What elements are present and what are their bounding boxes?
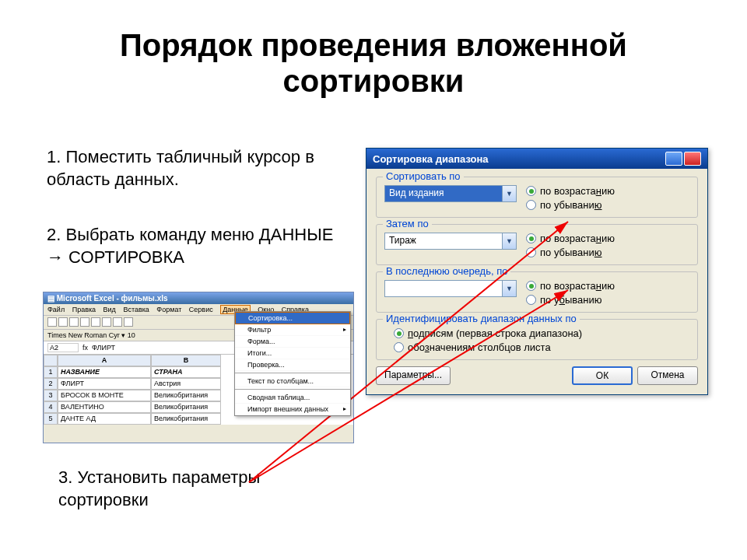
chevron-down-icon[interactable]: ▼ xyxy=(502,186,516,201)
combo-sort-by[interactable]: Вид издания ▼ xyxy=(384,185,517,202)
row-4[interactable]: 4 xyxy=(44,401,58,413)
menu-tools[interactable]: Сервис xyxy=(189,306,213,313)
slide-title: Порядок проведения вложенной сортировки xyxy=(0,0,747,107)
chevron-down-icon[interactable]: ▼ xyxy=(502,281,516,296)
group-identify: Идентифицировать диапазон данных по подп… xyxy=(376,319,698,360)
menu-item-totals[interactable]: Итоги... xyxy=(235,348,350,359)
row-3[interactable]: 3 xyxy=(44,390,58,401)
cell-b3[interactable]: Великобритания xyxy=(151,390,221,401)
group-sort-by: Сортировать по Вид издания ▼ по возраста… xyxy=(376,177,698,218)
chevron-down-icon[interactable]: ▼ xyxy=(502,233,516,249)
excel-icon: ▤ xyxy=(47,294,57,303)
menu-file[interactable]: Файл xyxy=(47,306,65,313)
data-menu-dropdown[interactable]: Сортировка... Фильтр Форма... Итоги... П… xyxy=(234,311,351,416)
cell-b4[interactable]: Великобритания xyxy=(151,401,221,413)
menu-item-form[interactable]: Форма... xyxy=(235,336,350,348)
cell-b2[interactable]: Австрия xyxy=(151,378,221,390)
menu-item-validation[interactable]: Проверка... xyxy=(235,359,350,371)
radio-asc-1[interactable]: по возрастанию xyxy=(526,185,615,197)
params-button[interactable]: Параметры... xyxy=(376,366,451,385)
group-then-by: Затем по Тираж ▼ по возрастанию по убыва… xyxy=(376,224,698,265)
header-name[interactable]: НАЗВАНИЕ xyxy=(58,366,151,378)
row-5[interactable]: 5 xyxy=(44,413,58,425)
cancel-button[interactable]: Отмена xyxy=(637,366,698,385)
menu-item-import[interactable]: Импорт внешних данных xyxy=(235,404,350,415)
menu-edit[interactable]: Правка xyxy=(72,306,96,313)
cell-a3[interactable]: БРОСОК В МОНТЕ КАРЛО xyxy=(58,390,151,401)
combo-last-by[interactable]: ▼ xyxy=(384,280,517,297)
menu-item-pivot[interactable]: Сводная таблица... xyxy=(235,392,350,404)
combo-then-by[interactable]: Тираж ▼ xyxy=(384,233,517,250)
label-identify: Идентифицировать диапазон данных по xyxy=(383,313,580,324)
label-last-by: В последнюю очередь, по xyxy=(383,265,510,277)
radio-asc-3[interactable]: по возрастанию xyxy=(526,280,615,292)
row-1[interactable]: 1 xyxy=(44,366,58,378)
menu-view[interactable]: Вид xyxy=(103,306,116,313)
excel-title: ▤ Microsoft Excel - фильмы.xls xyxy=(44,292,353,304)
sort-dialog: Сортировка диапазона Сортировать по Вид … xyxy=(366,148,708,395)
radio-asc-2[interactable]: по возрастанию xyxy=(526,233,615,244)
ok-button[interactable]: ОК xyxy=(572,366,633,385)
menu-item-sort[interactable]: Сортировка... xyxy=(235,312,350,324)
col-b[interactable]: B xyxy=(151,355,221,366)
radio-desc-3[interactable]: по убыванию xyxy=(526,294,615,306)
cell-a4[interactable]: ВАЛЕНТИНО xyxy=(58,401,151,413)
button-bar: Параметры... ОК Отмена xyxy=(376,366,698,385)
close-button[interactable] xyxy=(684,152,701,166)
group-last-by: В последнюю очередь, по ▼ по возрастанию… xyxy=(376,271,698,313)
bullet-1: 1. Поместить табличный курсор в область … xyxy=(0,146,342,191)
radio-desc-2[interactable]: по убыванию xyxy=(526,247,615,258)
menu-item-filter[interactable]: Фильтр xyxy=(235,324,350,336)
menu-insert[interactable]: Вставка xyxy=(123,306,149,313)
row-2[interactable]: 2 xyxy=(44,378,58,390)
dialog-titlebar[interactable]: Сортировка диапазона xyxy=(366,149,707,169)
radio-columns[interactable]: обозначениям столбцов листа xyxy=(394,341,689,353)
dialog-title: Сортировка диапазона xyxy=(373,153,489,165)
header-country[interactable]: СТРАНА xyxy=(151,366,221,378)
bullet-3: 3. Установить параметры сортировки xyxy=(0,467,342,511)
cell-a2[interactable]: ФЛИРТ xyxy=(58,378,151,390)
label-then-by: Затем по xyxy=(383,218,432,229)
col-corner[interactable] xyxy=(44,355,58,366)
cell-b5[interactable]: Великобритания xyxy=(151,413,221,425)
excel-screenshot: ▤ Microsoft Excel - фильмы.xls Файл Прав… xyxy=(43,292,354,443)
bullet-2: 2. Выбрать команду меню ДАННЫЕ → СОРТИРО… xyxy=(0,224,342,268)
menu-format[interactable]: Формат xyxy=(156,306,181,313)
cell-a5[interactable]: ДАНТЕ АД xyxy=(58,413,151,425)
label-sort-by: Сортировать по xyxy=(383,170,464,182)
radio-labels[interactable]: подписям (первая строка диапазона) xyxy=(394,327,689,339)
help-button[interactable] xyxy=(665,152,682,166)
menu-item-textcols[interactable]: Текст по столбцам... xyxy=(235,376,350,387)
col-a[interactable]: A xyxy=(58,355,151,366)
radio-desc-1[interactable]: по убыванию xyxy=(526,199,615,211)
